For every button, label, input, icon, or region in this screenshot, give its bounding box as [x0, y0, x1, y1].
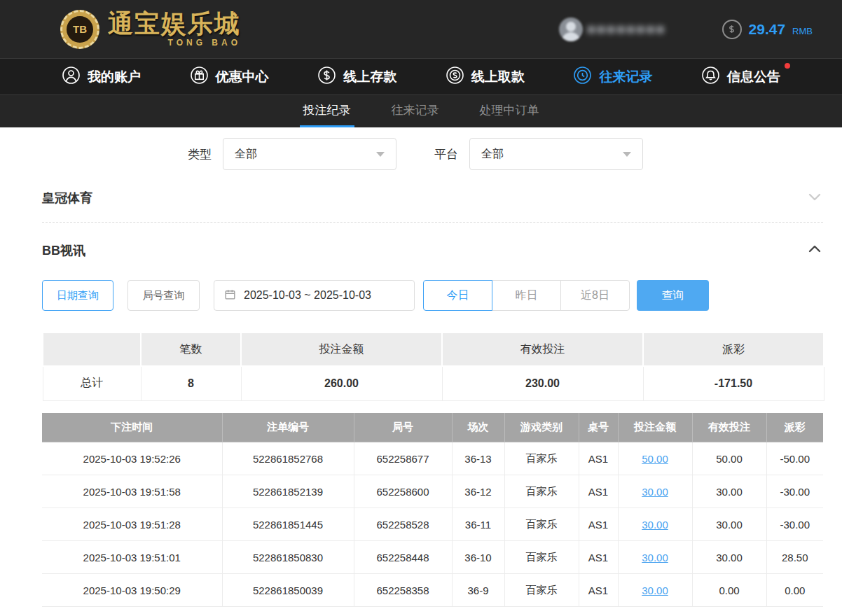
- search-button[interactable]: 查询: [637, 280, 709, 311]
- session-cell: 36-13: [452, 442, 504, 475]
- summary-header-valid-bet: 有效投注: [442, 332, 643, 366]
- table-row: 2025-10-03 19:51:28 522861851445 6522585…: [42, 508, 823, 541]
- bet-time-cell: 2025-10-03 19:50:29: [42, 574, 222, 607]
- session-cell: 36-9: [452, 574, 504, 607]
- bet-time-cell: 2025-10-03 19:51:28: [42, 508, 222, 541]
- bet-time-cell: 2025-10-03 19:52:26: [42, 442, 222, 475]
- type-select[interactable]: 全部: [223, 138, 396, 170]
- record-subtabs: 投注纪录 往来记录 处理中订单: [0, 94, 842, 127]
- main-nav: 我的账户 优惠中心 线上存款 线上取款: [0, 58, 842, 94]
- table-row: 2025-10-03 19:51:01 522861850830 6522584…: [42, 541, 823, 574]
- summary-bet-amount: 260.00: [241, 366, 442, 400]
- tab-processing-orders[interactable]: 处理中订单: [476, 95, 543, 127]
- summary-table: 笔数 投注金额 有效投注 派彩 总计 8 260.00 230.00 -171.…: [42, 332, 824, 401]
- username-blurred: ●●●●●●●●: [587, 21, 666, 37]
- round-query-button[interactable]: 局号查询: [127, 280, 200, 311]
- bet-amount-cell: 50.00: [618, 442, 692, 475]
- bet-detail-table: 下注时间 注单编号 局号 场次 游戏类别 桌号 投注金额 有效投注 派彩 202…: [42, 413, 823, 608]
- game-type-cell: 百家乐: [504, 508, 579, 541]
- table-row: 2025-10-03 19:50:29 522861850039 6522583…: [42, 574, 823, 607]
- notification-dot: [785, 63, 790, 69]
- nav-item-transaction-records[interactable]: 往来记录: [573, 66, 652, 88]
- section-title: BB视讯: [42, 242, 85, 259]
- chevron-down-icon: [623, 152, 631, 157]
- game-type-cell: 百家乐: [504, 574, 579, 607]
- nav-item-online-withdrawal[interactable]: 线上取款: [446, 66, 525, 88]
- calendar-icon: [223, 288, 237, 304]
- payout-cell: -50.00: [766, 442, 823, 475]
- bet-amount-link[interactable]: 30.00: [642, 552, 668, 564]
- gift-icon: [190, 66, 209, 88]
- chevron-down-icon[interactable]: [806, 188, 823, 208]
- avatar: [559, 18, 583, 41]
- dollar-icon: [722, 20, 742, 39]
- logo-chip-icon: TB: [60, 10, 99, 49]
- balance-currency: RMB: [792, 26, 813, 36]
- bet-amount-cell: 30.00: [618, 574, 692, 607]
- valid-bet-cell: 30.00: [692, 475, 766, 508]
- balance: 29.47 RMB: [722, 20, 813, 39]
- round-cell: 652258600: [354, 475, 452, 508]
- bet-amount-link[interactable]: 30.00: [642, 519, 668, 531]
- header-game-type: 游戏类别: [504, 413, 579, 442]
- platform-select[interactable]: 全部: [469, 138, 643, 170]
- deposit-coin-icon: [317, 66, 336, 88]
- header-table-number: 桌号: [579, 413, 618, 442]
- payout-cell: -30.00: [766, 475, 823, 508]
- bet-id-cell: 522861852768: [222, 442, 354, 475]
- bell-icon: [701, 66, 720, 88]
- bet-id-cell: 522861850830: [222, 541, 354, 574]
- header-bet-time: 下注时间: [42, 413, 222, 442]
- nav-label: 往来记录: [599, 68, 652, 86]
- header-bet-id: 注单编号: [222, 413, 354, 442]
- nav-item-online-deposit[interactable]: 线上存款: [317, 66, 396, 88]
- summary-header-bet-amount: 投注金额: [241, 332, 442, 366]
- logo-text: 通宝娱乐城 TONG BAO: [108, 11, 241, 48]
- bet-time-cell: 2025-10-03 19:51:58: [42, 475, 222, 508]
- game-type-cell: 百家乐: [504, 442, 579, 475]
- records-clock-icon: [573, 66, 592, 88]
- bet-time-cell: 2025-10-03 19:51:01: [42, 541, 222, 574]
- logo-chip-tb: TB: [67, 16, 93, 43]
- valid-bet-cell: 30.00: [692, 541, 766, 574]
- date-range-input[interactable]: 2025-10-03 ~ 2025-10-03: [214, 280, 415, 311]
- table-number-cell: AS1: [579, 475, 618, 508]
- valid-bet-cell: 50.00: [692, 442, 766, 475]
- bet-amount-cell: 30.00: [618, 541, 692, 574]
- session-cell: 36-12: [452, 475, 504, 508]
- platform-label: 平台: [434, 146, 458, 162]
- today-button[interactable]: 今日: [423, 280, 492, 311]
- round-cell: 652258528: [354, 508, 452, 541]
- session-cell: 36-11: [452, 508, 504, 541]
- chevron-down-icon: [376, 152, 385, 157]
- type-select-value: 全部: [235, 147, 257, 162]
- bet-amount-cell: 30.00: [618, 508, 692, 541]
- user-account[interactable]: ●●●●●●●●: [559, 18, 666, 41]
- bet-amount-link[interactable]: 50.00: [642, 453, 668, 465]
- section-crown-sports[interactable]: 皇冠体育: [42, 188, 823, 208]
- tab-betting-records[interactable]: 投注纪录: [300, 95, 354, 127]
- nav-item-my-account[interactable]: 我的账户: [62, 66, 141, 88]
- bet-amount-link[interactable]: 30.00: [642, 584, 668, 596]
- header-bet-amount: 投注金额: [618, 413, 692, 442]
- nav-item-promotions[interactable]: 优惠中心: [190, 66, 269, 88]
- user-icon: [62, 66, 81, 88]
- last-8-days-button[interactable]: 近8日: [560, 280, 630, 311]
- header-valid-bet: 有效投注: [692, 413, 766, 442]
- logo-subtitle: TONG BAO: [108, 38, 241, 48]
- balance-amount: 29.47: [749, 21, 786, 38]
- bet-amount-link[interactable]: 30.00: [642, 486, 668, 498]
- platform-select-value: 全部: [481, 147, 504, 162]
- summary-valid-bet: 230.00: [442, 366, 643, 400]
- summary-payout: -171.50: [643, 366, 824, 400]
- tab-transaction-records[interactable]: 往来记录: [388, 95, 443, 127]
- date-query-button[interactable]: 日期查询: [42, 280, 113, 311]
- chevron-up-icon[interactable]: [806, 241, 823, 260]
- site-logo[interactable]: TB 通宝娱乐城 TONG BAO: [60, 10, 241, 49]
- nav-item-announcements[interactable]: 信息公告: [701, 66, 780, 88]
- yesterday-button[interactable]: 昨日: [492, 280, 561, 311]
- table-row: 2025-10-03 19:52:26 522861852768 6522586…: [42, 442, 823, 475]
- payout-cell: 0.00: [766, 574, 823, 607]
- section-bb-video[interactable]: BB视讯: [42, 241, 823, 260]
- summary-total-row: 总计 8 260.00 230.00 -171.50: [43, 366, 824, 400]
